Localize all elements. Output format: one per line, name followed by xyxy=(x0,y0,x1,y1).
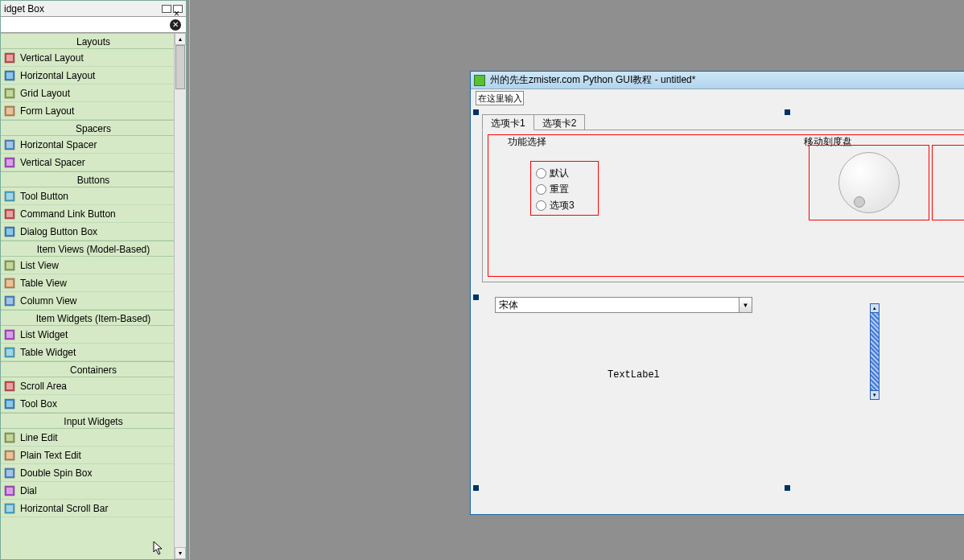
lineedit-input[interactable] xyxy=(476,91,524,105)
widget-item[interactable]: Vertical Layout xyxy=(1,49,186,67)
category-header[interactable]: Item Widgets (Item-Based) xyxy=(1,310,186,326)
widget-item[interactable]: Scroll Area xyxy=(1,377,186,395)
widget-item[interactable]: Plain Text Edit xyxy=(1,447,186,464)
svg-rect-41 xyxy=(6,505,13,512)
tab-widget[interactable]: 选项卡1 选项卡2 功能选择 默认 重置 选项3 xyxy=(482,113,964,282)
widget-icon xyxy=(4,467,15,479)
widget-item[interactable]: Form Layout xyxy=(1,102,186,120)
svg-rect-13 xyxy=(6,193,13,200)
widget-icon xyxy=(4,88,15,99)
widget-item-label: Table Widget xyxy=(20,347,76,358)
groupbox-right[interactable]: 移动刻度盘 xyxy=(794,142,964,270)
sidebar-scrollbar[interactable]: ▴ ▾ xyxy=(174,33,186,559)
chevron-down-icon[interactable]: ▼ xyxy=(739,298,752,312)
radio-default[interactable]: 默认 xyxy=(536,165,593,181)
widget-item[interactable]: Table View xyxy=(1,274,186,292)
widget-item[interactable]: Tool Box xyxy=(1,395,186,413)
svg-rect-29 xyxy=(6,383,13,389)
groupbox-left[interactable]: 功能选择 默认 重置 选项3 xyxy=(498,142,784,270)
category-header[interactable]: Buttons xyxy=(1,171,186,187)
sel-handle[interactable] xyxy=(473,485,479,491)
widget-icon xyxy=(4,503,15,514)
widget-box-filter-row: ✕ xyxy=(1,17,186,33)
outer-groupbox[interactable]: 功能选择 默认 重置 选项3 移动刻度盘 xyxy=(488,134,964,277)
preview-window: 州的先生zmister.com Python GUI教程 - untitled*… xyxy=(470,71,964,515)
sel-handle[interactable] xyxy=(785,485,790,491)
scroll-down-button[interactable]: ▾ xyxy=(175,547,186,559)
widget-icon xyxy=(4,157,15,168)
widget-item-label: List Widget xyxy=(20,329,68,340)
svg-rect-37 xyxy=(6,470,13,476)
widget-icon xyxy=(4,485,15,496)
widget-icon xyxy=(4,450,15,461)
widget-icon xyxy=(4,278,15,289)
widget-icon xyxy=(4,52,15,64)
widget-item[interactable]: Command Link Button xyxy=(1,205,186,223)
svg-rect-31 xyxy=(6,401,13,407)
widget-icon xyxy=(4,432,15,443)
widget-item-label: Vertical Spacer xyxy=(20,157,85,168)
widget-item[interactable]: Dialog Button Box xyxy=(1,223,186,241)
svg-rect-11 xyxy=(6,159,13,166)
dial-widget[interactable] xyxy=(838,152,900,213)
design-canvas[interactable]: 州的先生zmister.com Python GUI教程 - untitled*… xyxy=(187,0,964,560)
app-icon xyxy=(474,75,485,86)
dial-container[interactable] xyxy=(809,145,929,220)
widget-item[interactable]: Double Spin Box xyxy=(1,464,186,482)
sel-handle[interactable] xyxy=(473,109,479,115)
dock-float-icon[interactable] xyxy=(162,5,171,13)
vscroll-down[interactable]: ▾ xyxy=(870,390,880,400)
category-header[interactable]: Input Widgets xyxy=(1,413,186,429)
form-body[interactable]: 选项卡1 选项卡2 功能选择 默认 重置 选项3 xyxy=(471,89,964,514)
widget-icon xyxy=(4,381,15,392)
widget-item[interactable]: List Widget xyxy=(1,326,186,344)
scroll-up-button[interactable]: ▴ xyxy=(175,33,186,45)
scroll-thumb[interactable] xyxy=(175,45,185,89)
widget-item[interactable]: List View xyxy=(1,257,186,274)
svg-rect-25 xyxy=(6,331,13,338)
widget-item[interactable]: Horizontal Spacer xyxy=(1,136,186,154)
widget-icon xyxy=(4,226,15,237)
radio-reset[interactable]: 重置 xyxy=(536,181,593,197)
svg-rect-3 xyxy=(6,72,13,79)
svg-rect-39 xyxy=(6,488,13,494)
widget-item-label: Dialog Button Box xyxy=(20,226,97,237)
sel-handle[interactable] xyxy=(473,294,479,300)
svg-rect-23 xyxy=(6,298,13,304)
widget-item-label: Dial xyxy=(20,485,37,496)
clear-filter-icon[interactable]: ✕ xyxy=(170,19,181,31)
preview-titlebar[interactable]: 州的先生zmister.com Python GUI教程 - untitled*… xyxy=(471,72,964,89)
widget-item[interactable]: Tool Button xyxy=(1,187,186,205)
widget-item[interactable]: Grid Layout xyxy=(1,84,186,102)
widget-item[interactable]: Horizontal Scroll Bar xyxy=(1,500,186,517)
svg-rect-33 xyxy=(6,434,13,441)
widget-box-titlebar[interactable]: idget Box × xyxy=(1,1,186,17)
category-header[interactable]: Item Views (Model-Based) xyxy=(1,241,186,257)
widget-item-label: Vertical Layout xyxy=(20,52,84,64)
dock-close-icon[interactable]: × xyxy=(173,5,183,13)
radio-option3[interactable]: 选项3 xyxy=(536,197,593,213)
widget-item[interactable]: Horizontal Layout xyxy=(1,67,186,84)
category-header[interactable]: Layouts xyxy=(1,33,186,49)
vertical-scrollbar-widget[interactable]: ▴ ▾ xyxy=(870,303,880,400)
tab-1[interactable]: 选项卡1 xyxy=(482,114,534,130)
category-header[interactable]: Containers xyxy=(1,361,186,377)
widget-icon xyxy=(4,70,15,81)
widget-item[interactable]: Column View xyxy=(1,292,186,310)
widget-item[interactable]: Vertical Spacer xyxy=(1,154,186,171)
radio-container[interactable]: 默认 重置 选项3 xyxy=(530,161,599,216)
widget-item-label: Tool Button xyxy=(20,191,68,202)
widget-item[interactable]: Line Edit xyxy=(1,429,186,447)
category-header[interactable]: Spacers xyxy=(1,120,186,136)
vscroll-up[interactable]: ▴ xyxy=(870,303,880,313)
font-combobox[interactable]: 宋体 ▼ xyxy=(495,297,752,313)
tab-2[interactable]: 选项卡2 xyxy=(533,114,586,130)
lcd-container[interactable] xyxy=(932,145,964,220)
svg-rect-27 xyxy=(6,349,13,356)
text-label[interactable]: TextLabel xyxy=(608,369,660,381)
widget-item-label: Column View xyxy=(20,295,76,307)
widget-item-label: Horizontal Layout xyxy=(20,70,95,81)
widget-item[interactable]: Dial xyxy=(1,482,186,500)
svg-rect-9 xyxy=(6,142,13,148)
widget-item[interactable]: Table Widget xyxy=(1,344,186,361)
